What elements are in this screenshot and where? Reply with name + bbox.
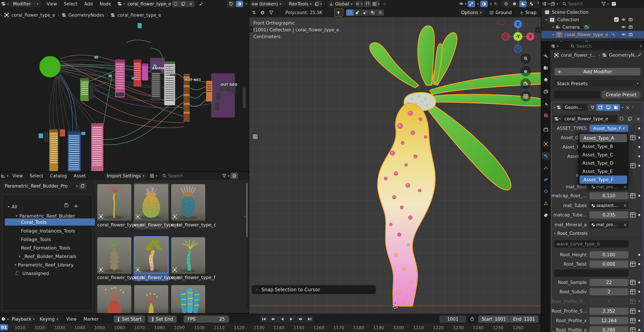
menu-select[interactable]: Select bbox=[26, 173, 46, 178]
options-dropdown[interactable]: Options▾ bbox=[459, 9, 484, 16]
override-icon[interactable] bbox=[630, 134, 636, 141]
mat-mineral-field[interactable]: mat_pro...× bbox=[590, 221, 628, 228]
set-start-button[interactable]: [Set Start bbox=[114, 315, 145, 323]
tab-object[interactable] bbox=[542, 140, 550, 148]
node-group-name[interactable]: coral_flower_type_e bbox=[562, 115, 618, 122]
root-profile-y-slider[interactable]: 0.280 bbox=[590, 326, 628, 332]
clear-icon[interactable]: × bbox=[623, 185, 627, 189]
properties-search[interactable]: Search bbox=[568, 43, 612, 49]
gizmo-z-axis[interactable]: Z bbox=[514, 20, 522, 28]
properties-options-caret[interactable]: ▾ bbox=[640, 44, 642, 48]
select-extend-icon[interactable] bbox=[354, 9, 361, 16]
root-profile-r-slider[interactable]: 4 bbox=[590, 298, 628, 305]
tab-viewlayer[interactable] bbox=[542, 88, 550, 95]
asset-scrollbar[interactable] bbox=[246, 183, 248, 309]
tab-render[interactable] bbox=[542, 64, 550, 72]
set-end-button[interactable]: ]Set End bbox=[148, 315, 176, 323]
visibility-dropdown-icon[interactable]: ▾ bbox=[459, 1, 466, 7]
tab-constraints[interactable] bbox=[542, 188, 550, 195]
editor-type-icon[interactable]: ▾ bbox=[1, 1, 9, 7]
floor-grid-button[interactable] bbox=[252, 133, 259, 140]
xray-toggle-icon[interactable] bbox=[492, 1, 500, 7]
gizmo-neg-z-axis[interactable] bbox=[514, 45, 522, 53]
prev-keyframe-button[interactable] bbox=[268, 316, 278, 322]
asset-name[interactable]: coral_flower_type_c bbox=[171, 222, 216, 227]
root-sample-slider[interactable]: 22 bbox=[590, 279, 628, 286]
sidebar-collapse-arrow[interactable]: › bbox=[1, 13, 2, 18]
outliner-row-collection[interactable]: ▾ Collection bbox=[541, 16, 644, 24]
playback-menu[interactable]: Playback▾ bbox=[9, 316, 37, 322]
snap-toggle[interactable]: Snap bbox=[517, 9, 539, 16]
modifier-editmode-icon[interactable] bbox=[588, 104, 596, 111]
catalog-add-icon[interactable]: + bbox=[74, 203, 78, 209]
dropdown-item[interactable]: Asset_Type_B bbox=[578, 142, 628, 150]
catalog-all[interactable]: ▾All bbox=[6, 203, 17, 210]
fps-field[interactable]: FPS25 bbox=[184, 315, 229, 323]
pan-hand-icon[interactable] bbox=[520, 66, 531, 76]
overlay-toggle-icon[interactable] bbox=[236, 1, 243, 7]
ortho-grid-icon[interactable] bbox=[520, 91, 531, 101]
select-intersect-icon[interactable] bbox=[376, 9, 384, 16]
active-tool-icon[interactable] bbox=[334, 9, 343, 17]
snap-magnet-icon[interactable] bbox=[364, 1, 371, 7]
pivot-icon[interactable]: ▾ bbox=[356, 1, 363, 7]
node-tree-icon[interactable]: ▾ bbox=[118, 1, 125, 7]
ground-toggle[interactable]: Ground bbox=[486, 9, 514, 16]
viewport-canvas[interactable]: Front Orthographic (1001) Collection | c… bbox=[249, 17, 541, 315]
node-group-copy-icon[interactable] bbox=[626, 115, 634, 122]
shading-rendered-icon[interactable] bbox=[528, 1, 535, 7]
outliner-row-camera[interactable]: ▾ Camera bbox=[541, 24, 644, 31]
rantools-dropdown[interactable]: RanTools▾ bbox=[286, 1, 314, 7]
snap-menu-item[interactable]: ›Snap Selection to Cursor bbox=[252, 285, 376, 294]
empty-string-field[interactable] bbox=[554, 269, 628, 277]
overlay-dropdown[interactable]: ▾ bbox=[246, 2, 247, 6]
mode-dropdown[interactable]: ow (broken)▾ bbox=[249, 1, 284, 7]
menu-view[interactable]: View bbox=[9, 173, 26, 178]
modifier-render-icon[interactable] bbox=[612, 104, 620, 111]
next-keyframe-button[interactable] bbox=[296, 316, 305, 322]
dropdown-item[interactable]: Asset_Type_A bbox=[580, 134, 627, 142]
menu-select[interactable]: Select bbox=[60, 1, 81, 7]
modifier-extras-caret[interactable]: ▾ bbox=[622, 105, 624, 109]
dropdown-item[interactable]: Asset_Type_E bbox=[578, 167, 628, 176]
unlink-icon[interactable]: × bbox=[187, 1, 194, 7]
outliner-row-object[interactable]: ▾ coral_flower_type_e bbox=[541, 31, 644, 38]
dropdown-item[interactable]: Asset_Type_C bbox=[578, 150, 628, 159]
viewport-sidebar-collapse[interactable]: ‹ bbox=[535, 27, 540, 33]
catalog-materials[interactable]: ▾_Reef_Builder_Materials bbox=[17, 253, 76, 260]
keying-menu[interactable]: Keying▾ bbox=[38, 316, 60, 322]
dropdown-item[interactable]: Asset_Type_D bbox=[578, 159, 628, 167]
timeline-ruler[interactable]: 01 1010102010301040105010601070108010901… bbox=[0, 323, 541, 332]
override-icon[interactable] bbox=[630, 162, 636, 169]
duplicate-icon[interactable] bbox=[180, 1, 187, 7]
asset-name[interactable]: coral_flower_type_f bbox=[171, 275, 215, 280]
asset-thumb-g[interactable] bbox=[97, 285, 131, 313]
tab-physics[interactable] bbox=[542, 176, 550, 183]
dropdown-item-selected[interactable]: Asset_Type_F bbox=[580, 176, 627, 184]
tab-particles[interactable] bbox=[542, 164, 550, 172]
asset-filter-icon[interactable]: ▾ bbox=[222, 173, 230, 179]
create-preset-button[interactable]: Create Preset bbox=[602, 91, 640, 98]
tab-material[interactable] bbox=[542, 212, 550, 219]
camera-view-icon[interactable] bbox=[520, 78, 531, 89]
modifier-expand[interactable]: ▾ bbox=[554, 105, 555, 109]
catalog-foliage-instances[interactable]: Foliage_Instances_Tools bbox=[21, 227, 75, 234]
preset-name-input[interactable] bbox=[554, 91, 600, 98]
clear-icon[interactable]: × bbox=[623, 203, 627, 208]
asset-panel-collapse[interactable]: ‹ bbox=[244, 214, 246, 219]
new-collection-icon[interactable] bbox=[610, 1, 618, 7]
play-button[interactable] bbox=[287, 316, 296, 322]
pin-icon[interactable] bbox=[197, 1, 204, 7]
node-graph-canvas[interactable]: coral_flower_type_e› GeometryNodes› cora… bbox=[0, 8, 249, 172]
proportional-edit-icon[interactable] bbox=[381, 1, 388, 7]
catalog-coral-tools[interactable]: Coral_Tools bbox=[5, 218, 96, 226]
toolbar-collapse-arrow[interactable]: › bbox=[250, 26, 253, 33]
matcap-root-slider[interactable]: 0.110 bbox=[590, 192, 628, 199]
root-profile-s-slider[interactable]: 2.352 bbox=[590, 307, 628, 315]
gizmo-x-axis[interactable]: X bbox=[526, 32, 534, 41]
tab-data[interactable] bbox=[542, 200, 550, 207]
override-icon[interactable] bbox=[630, 326, 636, 332]
asset-gear-icon[interactable] bbox=[230, 173, 238, 179]
tab-collection[interactable] bbox=[542, 126, 550, 133]
tab-scene[interactable] bbox=[542, 100, 550, 107]
